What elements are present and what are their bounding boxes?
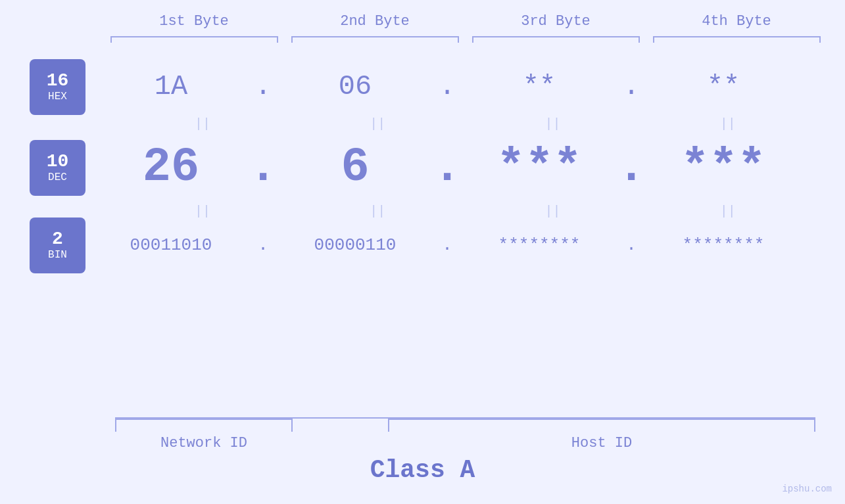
bin-dot2: . [427,235,467,255]
bin-label: BIN [48,250,67,262]
eq2: || [290,116,465,131]
bin-byte4: ******** [651,235,796,255]
watermark: ipshu.com [782,484,832,494]
dec-row: 10 DEC 26 . 6 . *** . *** [0,131,845,204]
network-bracket [115,419,293,432]
dec-dot1: . [243,141,283,195]
bracket-2 [291,36,459,37]
bracket-1 [110,36,278,37]
hex-byte4: ** [651,71,796,103]
eq4: || [640,116,815,131]
host-bracket [388,419,815,432]
equals-row-2: || || || || [0,204,845,219]
eq3: || [466,116,640,131]
bin-byte2: 00000110 [283,235,427,255]
dec-byte3: *** [467,141,612,195]
hex-byte2: 06 [283,71,427,103]
dec-byte4: *** [651,141,796,195]
dec-byte2: 6 [283,141,427,195]
hex-values: 1A . 06 . ** . ** [99,71,815,103]
hex-byte3: ** [467,71,612,103]
hex-row: 16 HEX 1A . 06 . ** . ** [0,57,845,116]
bin-byte1: 00011010 [99,235,243,255]
col-header-3: 3rd Byte [466,13,646,30]
column-headers: 1st Byte 2nd Byte 3rd Byte 4th Byte [104,13,827,30]
eq5: || [115,204,290,219]
eq8: || [640,204,815,219]
dec-dot2: . [427,141,467,195]
bin-values: 00011010 . 00000110 . ******** . *******… [99,235,815,255]
dec-dot3: . [612,141,651,195]
equals-row-1: || || || || [0,116,845,131]
dec-label: DEC [48,172,67,184]
bracket-4 [653,36,821,37]
bin-row: 2 BIN 00011010 . 00000110 . ******** . *… [0,219,845,271]
bin-byte3: ******** [467,235,612,255]
eq7: || [466,204,640,219]
eq1: || [115,116,290,131]
main-container: 1st Byte 2nd Byte 3rd Byte 4th Byte 16 H… [0,0,845,504]
hex-label: HEX [48,91,67,103]
class-label: Class A [0,456,845,484]
hex-dot1: . [243,71,283,103]
col-header-4: 4th Byte [646,13,827,30]
dec-base: 10 [47,152,69,172]
hex-dot2: . [427,71,467,103]
bin-dot3: . [612,235,651,255]
dec-badge: 10 DEC [30,140,85,196]
hex-dot3: . [612,71,651,103]
hex-badge: 16 HEX [30,59,85,115]
dec-byte1: 26 [99,141,243,195]
col-header-1: 1st Byte [104,13,285,30]
bracket-3 [472,36,640,37]
bin-badge: 2 BIN [30,218,85,273]
bin-dot1: . [243,235,283,255]
hex-byte1: 1A [99,71,243,103]
hex-base: 16 [47,71,69,91]
network-id-label: Network ID [115,435,293,451]
col-header-2: 2nd Byte [285,13,466,30]
bin-base: 2 [52,229,63,250]
dec-values: 26 . 6 . *** . *** [99,141,815,195]
host-id-label: Host ID [388,435,815,451]
header-brackets [104,36,827,37]
eq6: || [290,204,465,219]
